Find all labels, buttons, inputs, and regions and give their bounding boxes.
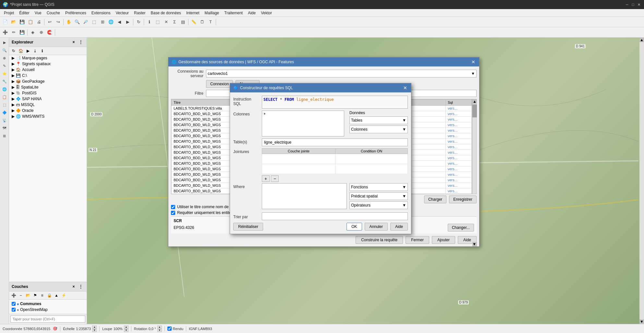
charger-btn[interactable]: Charger xyxy=(424,196,446,203)
scroll-down-btn[interactable]: ▼ xyxy=(472,242,477,246)
map-scroll-up[interactable]: ▲ xyxy=(639,38,644,42)
redo-btn[interactable]: ↪ xyxy=(54,18,62,26)
construire-btn[interactable]: Construire la requête xyxy=(356,236,403,244)
join-add-btn[interactable]: + xyxy=(262,175,270,182)
menu-vecteur[interactable]: Vecteur xyxy=(113,10,131,16)
panel-btn-11[interactable]: 📡 xyxy=(1,117,8,124)
panel-btn-8[interactable]: 📋 xyxy=(1,93,8,101)
explorer-options-btn[interactable]: ⋮ xyxy=(78,39,84,45)
panel-btn-4[interactable]: ✎ xyxy=(1,62,8,69)
menu-projet[interactable]: Projet xyxy=(1,10,17,16)
explorer-collapse-all-btn[interactable]: ⤓ xyxy=(32,48,38,54)
panel-btn-12[interactable]: 🗺 xyxy=(1,125,8,132)
search-input[interactable] xyxy=(10,315,85,323)
couche-remove-btn[interactable]: − xyxy=(18,292,24,299)
ajouter-btn[interactable]: Ajouter xyxy=(432,236,455,244)
panel-btn-3[interactable]: ⊕ xyxy=(1,54,8,62)
close-button[interactable]: ✕ xyxy=(636,2,641,7)
zoom-out-btn[interactable]: 🔎 xyxy=(82,18,90,26)
rotation-down-btn[interactable]: ▼ xyxy=(157,329,162,332)
text-label-btn[interactable]: T xyxy=(207,18,214,26)
tree-item-wms[interactable]: ▶ 🌐 WMS/WMTS xyxy=(9,113,87,119)
fermer-btn[interactable]: Fermer xyxy=(406,236,429,244)
menu-traitement[interactable]: Traitement xyxy=(222,10,245,16)
edit-layer-btn[interactable]: ✏ xyxy=(10,29,18,36)
save-layer-btn[interactable]: 💾 xyxy=(18,29,26,36)
tree-item-mssql[interactable]: ▶ 🗃 MSSQL xyxy=(9,102,87,108)
menu-couche[interactable]: Couche xyxy=(44,10,63,16)
open-project-btn[interactable]: 📂 xyxy=(10,18,18,26)
tables-combo[interactable]: Tables ▼ xyxy=(349,116,408,124)
deselect-btn[interactable]: ✕ xyxy=(162,18,170,26)
panel-btn-7[interactable]: 🌐 xyxy=(1,86,8,93)
couche-collapse-btn[interactable]: ≡ xyxy=(39,292,45,299)
print-btn[interactable]: 🖨 xyxy=(35,18,43,26)
explorer-filter-btn[interactable]: ▶ xyxy=(25,48,31,54)
zoom-next-btn[interactable]: ▶ xyxy=(124,18,132,26)
couche-lock-btn[interactable]: 🔒 xyxy=(46,292,53,299)
tree-item-oracle[interactable]: ▶ 🔶 Oracle xyxy=(9,108,87,113)
couche-open-btn[interactable]: 📂 xyxy=(25,292,31,299)
select-btn[interactable]: ⬚ xyxy=(154,18,162,26)
explorer-info-btn[interactable]: ℹ xyxy=(39,48,45,54)
maximize-button[interactable]: □ xyxy=(630,2,636,7)
menu-raster[interactable]: Raster xyxy=(131,10,148,16)
new-project-btn[interactable]: 📄 xyxy=(1,18,9,26)
annuler-btn[interactable]: Annuler xyxy=(365,223,388,231)
tree-item-c-drive[interactable]: ▶ 💾 C:\ xyxy=(9,73,87,78)
tree-item-postgis[interactable]: ▶ 🐘 PostGIS xyxy=(9,90,87,96)
colonnes-combo[interactable]: Colonnes ▼ xyxy=(349,125,408,133)
sql-dialog-close[interactable]: ✕ xyxy=(403,85,408,90)
undo-btn[interactable]: ↩ xyxy=(46,18,54,26)
col-sql[interactable]: Sql xyxy=(446,100,472,106)
scroll-up-btn[interactable]: ▲ xyxy=(472,99,477,104)
pan-btn[interactable]: ✋ xyxy=(65,18,73,26)
snap-btn[interactable]: 🧲 xyxy=(46,29,54,36)
menu-maillage[interactable]: Maillage xyxy=(202,10,222,16)
predicat-combo[interactable]: Prédicat spatial ▼ xyxy=(349,192,408,200)
layer-communes-checkbox[interactable] xyxy=(12,302,16,306)
add-layer-btn[interactable]: ➕ xyxy=(1,29,9,36)
tree-item-marque-pages[interactable]: ▶ 📑 Marque-pages xyxy=(9,55,87,61)
layer-communes[interactable]: ■ Communes xyxy=(10,301,85,307)
ok-btn[interactable]: OK xyxy=(346,223,362,231)
menu-preferences[interactable]: Préférences xyxy=(63,10,89,16)
zoom-in-btn[interactable]: 🔍 xyxy=(73,18,81,26)
tree-item-accueil[interactable]: ▶ 🏠 Accueil xyxy=(9,67,87,73)
menu-base-donnees[interactable]: Base de données xyxy=(148,10,183,16)
rotation-up-btn[interactable]: ▲ xyxy=(157,326,162,329)
sql-aide-btn[interactable]: Aide xyxy=(390,223,408,231)
server-combo[interactable]: cartovecto1 ▼ xyxy=(206,70,477,77)
menu-editer[interactable]: Éditer xyxy=(17,10,32,16)
measure-btn[interactable]: 📏 xyxy=(190,18,198,26)
minimize-button[interactable]: ─ xyxy=(625,2,630,7)
zoom-sel-btn[interactable]: ⊞ xyxy=(99,18,106,26)
menu-aide[interactable]: Aide xyxy=(245,10,258,16)
save-project-btn[interactable]: 💾 xyxy=(18,18,26,26)
menu-vektor[interactable]: Vektor xyxy=(258,10,274,16)
table-scrollbar[interactable]: ▲ ▼ xyxy=(472,99,477,194)
annotation-btn[interactable]: 🗒 xyxy=(198,18,206,26)
where-textarea[interactable] xyxy=(262,183,347,209)
rendu-checkbox[interactable] xyxy=(167,327,172,331)
zoom-full-btn[interactable]: 🌐 xyxy=(107,18,115,26)
refresh-btn[interactable]: ↻ xyxy=(135,18,142,26)
checkbox-requeter[interactable] xyxy=(171,211,175,215)
map-scroll[interactable]: ▲ ▼ xyxy=(639,38,644,324)
info-btn[interactable]: ℹ xyxy=(145,18,153,26)
couches-options-btn[interactable]: ⋮ xyxy=(78,283,84,290)
enregistrer-btn[interactable]: Enregistrer xyxy=(449,196,477,203)
save-as-btn[interactable]: 📋 xyxy=(27,18,34,26)
tree-item-geopackage[interactable]: ▶ 📦 GeoPackage xyxy=(9,78,87,84)
panel-btn-2[interactable]: 🔍 xyxy=(1,47,8,54)
couches-collapse-btn[interactable]: × xyxy=(70,283,77,290)
map-area[interactable]: D 941 D 2000 N 21 D 979 ▲ ▼ 🌐 Gestionnai… xyxy=(87,38,644,324)
panel-btn-9[interactable]: ⬚ xyxy=(1,101,8,108)
panel-btn-5[interactable]: ⭐ xyxy=(1,70,8,77)
explorer-collapse-btn[interactable]: × xyxy=(70,39,77,45)
zoom-rubber-btn[interactable]: ⬚ xyxy=(90,18,98,26)
panel-btn-13[interactable]: ⊞ xyxy=(1,132,8,139)
zoom-prev-btn[interactable]: ◀ xyxy=(115,18,123,26)
scale-down-btn[interactable]: ▼ xyxy=(92,329,97,332)
scroll-thumb[interactable] xyxy=(472,104,477,117)
